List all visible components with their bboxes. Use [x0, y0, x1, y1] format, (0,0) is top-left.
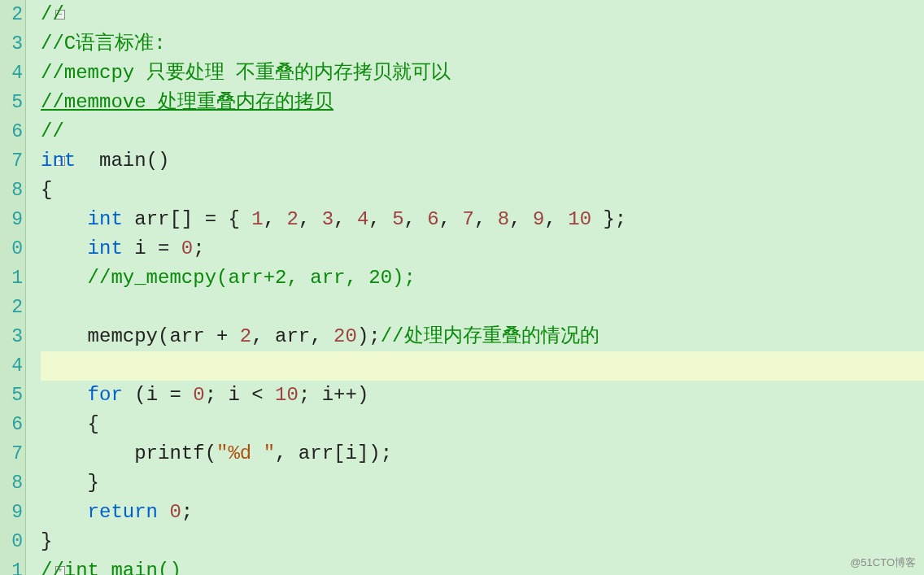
code-token: return: [88, 501, 158, 523]
line-gutter: 23456789012345678901: [0, 0, 26, 575]
code-token: [41, 384, 88, 406]
code-line[interactable]: for (i = 0; i < 10; i++): [41, 381, 924, 410]
code-token: for: [88, 384, 123, 406]
code-token: ; i++): [299, 384, 368, 406]
code-token: //: [41, 120, 64, 142]
code-token: ,: [368, 208, 392, 230]
code-token: 10: [275, 384, 299, 406]
watermark: @51CTO博客: [850, 555, 916, 570]
code-token: ,: [333, 208, 357, 230]
code-token: int: [88, 208, 123, 230]
code-line[interactable]: memcpy(arr + 2, arr, 20);//处理内存重叠的情况的: [41, 322, 924, 351]
code-line[interactable]: [41, 351, 924, 381]
line-number: 7: [0, 146, 23, 176]
code-token: 1: [251, 208, 263, 230]
code-line[interactable]: printf("%d ", arr[i]);: [41, 439, 924, 468]
code-token: 5: [392, 208, 403, 230]
code-token: [41, 501, 88, 523]
code-token: arr[] = {: [123, 208, 251, 230]
code-token: int: [88, 237, 123, 259]
line-number: 5: [0, 381, 23, 410]
code-line[interactable]: //: [41, 117, 924, 146]
code-token: //: [41, 3, 64, 25]
code-token: {: [41, 413, 99, 435]
current-line-highlight: [41, 351, 924, 381]
code-token: printf(: [41, 442, 216, 464]
code-token: memcpy(arr +: [41, 325, 240, 347]
line-number: 0: [0, 234, 23, 264]
line-number: 8: [0, 176, 23, 205]
line-number: 6: [0, 117, 23, 146]
code-token: 0: [181, 237, 193, 259]
code-token: 2: [286, 208, 298, 230]
code-token: 6: [427, 208, 438, 230]
code-token: //my_memcpy(arr+2, arr, 20);: [88, 267, 416, 289]
code-token: {: [41, 179, 52, 201]
line-number: 1: [0, 556, 23, 575]
line-number: 3: [0, 29, 23, 59]
code-line[interactable]: {: [41, 410, 924, 439]
code-line[interactable]: //C语言标准:: [41, 29, 924, 59]
code-token: 7: [463, 208, 474, 230]
code-token: ,: [544, 208, 568, 230]
code-token: //memmove 处理重叠内存的拷贝: [41, 91, 333, 113]
code-line[interactable]: //: [41, 0, 924, 29]
line-number: 9: [0, 205, 23, 234]
line-number: 5: [0, 88, 23, 117]
code-token: 8: [498, 208, 509, 230]
code-token: 3: [322, 208, 333, 230]
code-token: }: [41, 472, 99, 494]
line-number: 6: [0, 410, 23, 439]
code-token: int: [41, 150, 76, 172]
code-token: //C语言标准:: [41, 33, 166, 54]
code-line[interactable]: int arr[] = { 1, 2, 3, 4, 5, 6, 7, 8, 9,…: [41, 205, 924, 234]
code-token: ;: [181, 501, 193, 523]
code-token: }: [41, 530, 52, 552]
line-number: 2: [0, 293, 23, 322]
code-token: ,: [509, 208, 533, 230]
code-line[interactable]: int i = 0;: [41, 234, 924, 264]
line-number: 4: [0, 351, 23, 381]
code-token: ,: [299, 208, 322, 230]
code-token: );: [357, 325, 381, 347]
code-line[interactable]: return 0;: [41, 498, 924, 527]
line-number: 7: [0, 439, 23, 468]
code-token: [41, 267, 88, 289]
code-token: [158, 501, 169, 523]
line-number: 9: [0, 498, 23, 527]
code-token: 2: [240, 325, 251, 347]
code-token: //处理内存重叠的情况的: [381, 325, 599, 347]
code-token: ; i <: [205, 384, 275, 406]
code-token: "%d ": [216, 442, 275, 464]
code-line[interactable]: //int main(): [41, 556, 924, 575]
code-editor[interactable]: 23456789012345678901 −////C语言标准://memcpy…: [0, 0, 924, 575]
code-token: 9: [533, 208, 544, 230]
code-line[interactable]: int main(): [41, 146, 924, 176]
line-number: 4: [0, 59, 23, 88]
code-line[interactable]: //memcpy 只要处理 不重叠的内存拷贝就可以: [41, 59, 924, 88]
line-number: 8: [0, 468, 23, 498]
code-token: ;: [193, 237, 204, 259]
line-number: 0: [0, 527, 23, 556]
code-token: , arr,: [251, 325, 333, 347]
line-number: 1: [0, 264, 23, 293]
code-token: ,: [439, 208, 463, 230]
code-token: 20: [333, 325, 357, 347]
code-token: i =: [123, 237, 181, 259]
line-number: 2: [0, 0, 23, 29]
code-line[interactable]: //my_memcpy(arr+2, arr, 20);: [41, 264, 924, 293]
code-line[interactable]: }: [41, 468, 924, 498]
line-number: 3: [0, 322, 23, 351]
code-line[interactable]: [41, 293, 924, 322]
code-token: ,: [264, 208, 287, 230]
code-area[interactable]: −////C语言标准://memcpy 只要处理 不重叠的内存拷贝就可以//me…: [26, 0, 924, 575]
code-token: ,: [474, 208, 498, 230]
code-token: [41, 237, 88, 259]
code-token: };: [591, 208, 626, 230]
code-token: [41, 208, 88, 230]
code-line[interactable]: {: [41, 176, 924, 205]
code-line[interactable]: //memmove 处理重叠内存的拷贝: [41, 88, 924, 117]
code-line[interactable]: }: [41, 527, 924, 556]
code-token: 0: [193, 384, 204, 406]
code-token: 0: [169, 501, 181, 523]
